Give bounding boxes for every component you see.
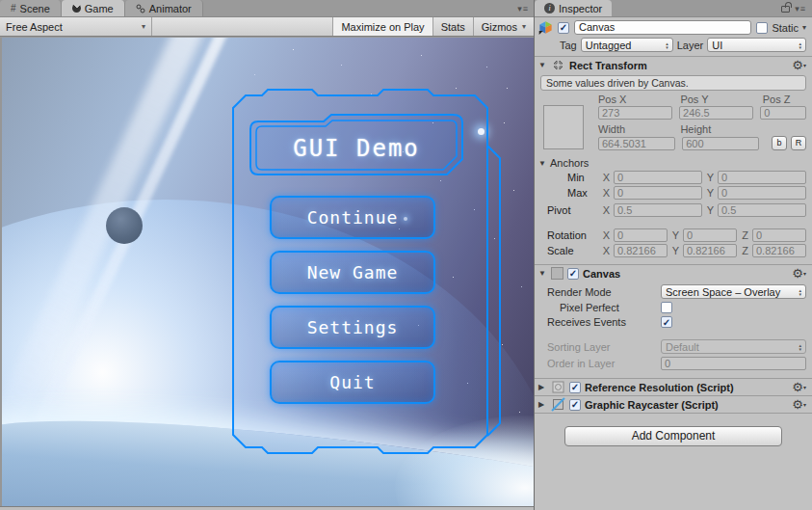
dropdown-arrows-icon: ▴▾ xyxy=(662,41,668,49)
rotation-row: Rotation X 0 Y 0 Z 0 xyxy=(547,228,806,242)
tab-scene[interactable]: # Scene xyxy=(0,0,62,16)
rect-transform-header[interactable]: ▼ Rect Transform ⚙ xyxy=(535,56,812,73)
receives-events-label: Receives Events xyxy=(547,316,661,328)
anchors-min-x-field: 0 xyxy=(614,171,702,184)
gameobject-cube-icon[interactable] xyxy=(538,20,553,35)
scale-label: Scale xyxy=(547,245,598,256)
anchors-foldout[interactable]: ▼ Anchors xyxy=(535,157,812,169)
scene-grid-icon: # xyxy=(11,3,16,13)
dropdown-arrows-icon: ▴▾ xyxy=(795,343,801,351)
foldout-closed-icon[interactable]: ▶ xyxy=(538,400,547,409)
tab-animator[interactable]: Animator xyxy=(125,0,203,16)
order-in-layer-field: 0 xyxy=(661,357,806,370)
anchors-min-row: Min X 0 Y 0 xyxy=(547,171,806,184)
tag-dropdown[interactable]: Untagged ▴▾ xyxy=(581,38,673,52)
pivot-y-field: 0.5 xyxy=(718,203,806,217)
order-in-layer-label: Order in Layer xyxy=(547,358,661,369)
scale-y-field: 0.82166 xyxy=(683,244,737,257)
animator-icon xyxy=(136,4,145,13)
pos-z-label: Pos Z xyxy=(763,94,806,105)
canvas-enabled-checkbox[interactable] xyxy=(567,268,579,280)
anchors-label: Anchors xyxy=(550,157,589,169)
raw-edit-mode-button[interactable]: R xyxy=(791,136,806,150)
maximize-on-play-button[interactable]: Maximize on Play xyxy=(332,17,432,36)
width-label: Width xyxy=(598,123,673,135)
foldout-open-icon[interactable]: ▼ xyxy=(538,269,547,278)
pos-x-field: 273 xyxy=(598,106,672,120)
chevron-down-icon[interactable]: ▾ xyxy=(802,23,806,32)
pixel-perfect-checkbox[interactable] xyxy=(661,302,672,313)
reference-resolution-icon xyxy=(551,380,565,394)
render-mode-dropdown[interactable]: Screen Space – Overlay ▴▾ xyxy=(661,284,806,299)
rect-transform-icon xyxy=(551,58,565,72)
anchors-min-y-field: 0 xyxy=(718,171,806,184)
tag-layer-row: Tag Untagged ▴▾ Layer UI ▴▾ xyxy=(535,36,812,56)
tab-animator-label: Animator xyxy=(149,3,192,14)
gizmos-dropdown[interactable]: Gizmos ▾ xyxy=(473,17,534,36)
toolbar-spacer xyxy=(152,17,332,36)
stars xyxy=(2,38,3,39)
reference-resolution-title: Reference Resolution (Script) xyxy=(585,382,734,393)
rotation-y-field: 0 xyxy=(683,228,737,242)
rotation-label: Rotation xyxy=(547,229,598,241)
pivot-row: Pivot X 0.5 Y 0.5 xyxy=(547,203,806,217)
add-component-button[interactable]: Add Component xyxy=(564,426,782,446)
lock-icon[interactable] xyxy=(781,6,790,13)
quit-button[interactable]: Quit xyxy=(270,361,435,404)
pane-menu-icon[interactable]: ▾≡ xyxy=(795,4,806,13)
pixel-perfect-row: Pixel Perfect xyxy=(547,302,806,313)
pos-z-field: 0 xyxy=(760,106,806,120)
menu-title: GUI Demo xyxy=(250,121,462,174)
object-name-field[interactable]: Canvas xyxy=(574,20,751,35)
sorting-layer-label: Sorting Layer xyxy=(547,341,661,353)
receives-events-checkbox[interactable] xyxy=(661,316,672,328)
pos-y-label: Pos Y xyxy=(680,94,755,105)
canvas-component-icon xyxy=(551,267,563,280)
tab-scene-label: Scene xyxy=(20,3,50,14)
tab-game-label: Game xyxy=(85,3,114,14)
gear-icon[interactable]: ⚙ xyxy=(792,399,806,411)
layer-dropdown[interactable]: UI ▴▾ xyxy=(707,38,806,52)
gear-icon[interactable]: ⚙ xyxy=(792,382,806,393)
canvas-component-header[interactable]: ▼ Canvas ⚙ xyxy=(535,264,812,282)
tab-game[interactable]: Game xyxy=(62,0,125,16)
rotation-z-field: 0 xyxy=(752,228,806,242)
continue-button[interactable]: Continue xyxy=(270,196,435,239)
anchors-max-x-field: 0 xyxy=(614,186,702,200)
foldout-open-icon[interactable]: ▼ xyxy=(538,61,547,69)
anchors-max-y-field: 0 xyxy=(718,186,806,200)
scale-x-field: 0.82166 xyxy=(614,244,668,257)
inspector-panel: i Inspector ▾≡ Canvas Static ▾ Tag Untag… xyxy=(534,0,812,510)
canvas-component-title: Canvas xyxy=(583,268,620,280)
foldout-open-icon: ▼ xyxy=(538,159,547,168)
game-view-icon xyxy=(72,4,81,13)
reference-resolution-header[interactable]: ▶ Reference Resolution (Script) ⚙ xyxy=(535,378,812,395)
tab-inspector[interactable]: i Inspector xyxy=(535,0,612,16)
viewport-bottom-strip xyxy=(0,506,534,510)
settings-button[interactable]: Settings xyxy=(270,306,435,349)
bright-star xyxy=(478,128,485,135)
foldout-closed-icon[interactable]: ▶ xyxy=(538,383,547,391)
sorting-layer-row: Sorting Layer Default ▴▾ xyxy=(547,339,806,354)
height-field: 600 xyxy=(682,137,759,150)
pos-y-field: 246.5 xyxy=(679,106,753,120)
aspect-dropdown[interactable]: Free Aspect ▾ xyxy=(0,17,152,36)
blueprint-mode-button[interactable]: b xyxy=(772,136,787,150)
static-checkbox[interactable] xyxy=(756,22,768,34)
gear-icon[interactable]: ⚙ xyxy=(792,60,806,71)
gear-icon[interactable]: ⚙ xyxy=(792,268,806,280)
anchor-preview-box[interactable] xyxy=(543,105,584,149)
receives-events-row: Receives Events xyxy=(547,316,806,328)
reference-resolution-checkbox[interactable] xyxy=(569,382,581,393)
dropdown-arrows-icon: ▴▾ xyxy=(795,288,801,296)
layer-label: Layer xyxy=(677,40,704,51)
pane-menu-icon[interactable]: ▾≡ xyxy=(517,4,534,13)
new-game-button[interactable]: New Game xyxy=(270,251,435,294)
chevron-down-icon: ▾ xyxy=(522,22,526,31)
graphic-raycaster-header[interactable]: ▶ Graphic Raycaster (Script) ⚙ xyxy=(535,395,812,413)
scale-row: Scale X 0.82166 Y 0.82166 Z 0.82166 xyxy=(547,244,806,257)
stats-button[interactable]: Stats xyxy=(432,17,473,36)
graphic-raycaster-checkbox[interactable] xyxy=(569,399,581,411)
active-checkbox[interactable] xyxy=(558,22,569,34)
game-panel: # Scene Game Animator ▾≡ Free Aspect ▾ M… xyxy=(0,0,534,510)
